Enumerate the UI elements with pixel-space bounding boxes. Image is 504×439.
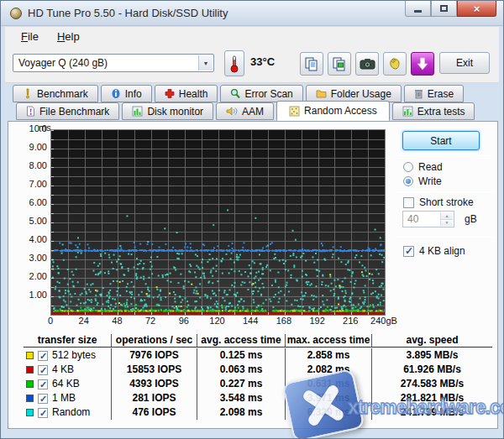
exit-button[interactable]: Exit (439, 52, 490, 74)
short-stroke-unit: gB (465, 213, 477, 225)
short-stroke-checkbox[interactable] (403, 197, 414, 208)
short-stroke-size-value: 40 (407, 213, 418, 225)
copy-text-icon (304, 56, 319, 71)
column-header-operations-sec: operations / sec (111, 334, 197, 348)
tab-folder-usage[interactable]: Folder Usage (306, 85, 402, 102)
column-header-transfer-size: transfer size (24, 334, 111, 348)
options-button[interactable] (383, 52, 407, 76)
table-cell: 3.895 MB/s (371, 348, 492, 363)
table-cell: 15853 IOPS (111, 363, 197, 377)
tab-label: Extra tests (417, 106, 465, 118)
kb-align-checkbox[interactable] (403, 246, 414, 257)
tab-label: File Benchmark (39, 106, 109, 118)
radio-label: Write (418, 175, 442, 187)
x-tick: 120 (199, 316, 236, 326)
table-cell: 2.858 ms (285, 348, 371, 363)
tab-label: Health (179, 88, 208, 100)
tab-file-benchmark[interactable]: File Benchmark (16, 102, 119, 120)
short-stroke-size-input[interactable]: 40 ▲▼ (402, 211, 454, 227)
table-cell: 0.125 ms (197, 348, 285, 363)
x-tick: 96 (165, 316, 202, 326)
minimize-icon (414, 10, 422, 13)
menu-file[interactable]: File (12, 29, 48, 44)
tab-disk-monitor[interactable]: Disk monitor (122, 102, 213, 120)
titlebar: HD Tune Pro 5.50 - Hard Disk/SSD Utility… (1, 1, 503, 26)
series-label: 512 bytes (52, 348, 96, 363)
y-tick: 2.00 (10, 271, 47, 282)
table-cell: 4393 IOPS (111, 377, 197, 391)
series-color-swatch (26, 409, 34, 416)
tab-extra-tests[interactable]: Extra tests (392, 102, 475, 120)
y-tick: 8.00 (10, 160, 47, 171)
series-checkbox-1-mb[interactable] (38, 394, 48, 404)
x-tick: 0 (32, 316, 69, 326)
table-cell: 2.082 ms (285, 363, 371, 377)
series-label: 1 MB (52, 391, 76, 405)
tab-label: Folder Usage (331, 88, 391, 100)
screenshot-button[interactable] (355, 52, 379, 76)
menubar: FileHelp (5, 27, 499, 46)
temperature-button[interactable] (224, 50, 244, 76)
table-cell: 61.926 MB/s (371, 363, 492, 377)
screenshot-camera-icon (360, 58, 375, 70)
minimize-button[interactable] (405, 1, 431, 17)
table-cell: 476 IOPS (111, 405, 197, 420)
tab-benchmark[interactable]: Benchmark (13, 85, 98, 102)
short-stroke-option[interactable]: Short stroke (403, 196, 474, 208)
x-tick: 72 (132, 316, 169, 326)
tab-error-scan[interactable]: Error Scan (220, 85, 302, 102)
results-table: transfer sizeoperations / secavg. access… (24, 334, 492, 420)
drive-select[interactable]: Voyager Q (240 gB) ▼ (13, 54, 214, 72)
tab-random-access[interactable]: Random Access (276, 101, 390, 121)
series-label: 4 KB (52, 363, 74, 377)
series-checkbox-512-bytes[interactable] (38, 351, 48, 361)
series-checkbox-4-kb[interactable] (38, 365, 48, 375)
close-button[interactable]: × (457, 1, 496, 17)
table-row-label: Random (24, 405, 111, 420)
options-hand-icon (387, 56, 402, 71)
radio-label: Read (418, 161, 443, 173)
start-button[interactable]: Start (402, 131, 480, 150)
x-tick: 144 (232, 316, 269, 326)
copy-image-icon (332, 56, 347, 71)
x-tick: 216 (332, 316, 369, 326)
x-tick: 240gB (365, 316, 402, 326)
download-button[interactable] (411, 52, 434, 76)
chevron-down-icon[interactable]: ▼ (198, 55, 213, 71)
mode-option-read[interactable]: Read (403, 161, 443, 173)
spinner-arrows[interactable]: ▲▼ (440, 212, 453, 226)
menu-help[interactable]: Help (48, 29, 89, 44)
series-color-swatch (26, 366, 34, 374)
table-row-label: 1 MB (24, 391, 111, 405)
series-label: 64 KB (52, 377, 80, 391)
table-cell: 0.227 ms (197, 377, 285, 391)
maximize-button[interactable] (431, 1, 457, 17)
copy-text-button[interactable] (300, 52, 323, 76)
short-stroke-label: Short stroke (419, 196, 474, 208)
series-checkbox-random[interactable] (38, 408, 48, 418)
table-cell: 281.821 MB/s (371, 391, 492, 405)
y-tick: 9.00 (10, 142, 47, 153)
app-icon (10, 8, 22, 19)
series-label: Random (52, 405, 90, 420)
close-icon: × (474, 2, 480, 16)
spin-up-icon[interactable]: ▲ (441, 212, 453, 220)
tab-erase[interactable]: Erase (404, 85, 464, 102)
kb-align-option[interactable]: 4 KB align (403, 245, 465, 257)
y-tick: 6.00 (10, 197, 47, 208)
tab-health[interactable]: Health (155, 85, 218, 102)
table-cell: 274.583 MB/s (371, 377, 492, 391)
radio-read[interactable] (403, 162, 413, 172)
spin-down-icon[interactable]: ▼ (441, 220, 453, 227)
separator (396, 191, 494, 192)
app-window: HD Tune Pro 5.50 - Hard Disk/SSD Utility… (0, 0, 504, 439)
table-cell: 3.971 ms (285, 391, 371, 405)
y-tick: 3.00 (10, 253, 47, 264)
series-checkbox-64-kb[interactable] (38, 379, 48, 389)
mode-option-write[interactable]: Write (403, 175, 442, 187)
tab-aam[interactable]: AAM (216, 102, 274, 120)
copy-image-button[interactable] (328, 52, 351, 76)
tab-info[interactable]: Info (101, 85, 152, 102)
radio-write[interactable] (403, 176, 413, 186)
y-tick: 5.00 (10, 216, 47, 227)
